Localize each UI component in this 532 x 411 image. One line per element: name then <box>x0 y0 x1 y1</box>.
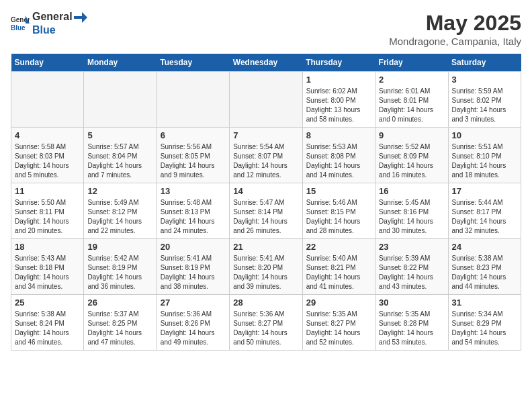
calendar-cell: 13Sunrise: 5:48 AM Sunset: 8:13 PM Dayli… <box>157 183 229 239</box>
day-number: 29 <box>306 298 371 308</box>
calendar-cell: 1Sunrise: 6:02 AM Sunset: 8:00 PM Daylig… <box>302 72 375 128</box>
day-info: Sunrise: 5:43 AM Sunset: 8:18 PM Dayligh… <box>15 254 80 291</box>
day-number: 12 <box>87 186 152 196</box>
day-info: Sunrise: 5:51 AM Sunset: 8:10 PM Dayligh… <box>452 142 517 180</box>
day-number: 31 <box>452 298 517 308</box>
logo-general-text: General <box>32 11 73 22</box>
calendar-cell: 19Sunrise: 5:42 AM Sunset: 8:19 PM Dayli… <box>84 239 157 295</box>
header: General Blue General Blue May 2025 Mondr… <box>11 11 521 47</box>
day-info: Sunrise: 5:40 AM Sunset: 8:21 PM Dayligh… <box>306 254 371 291</box>
calendar-cell: 20Sunrise: 5:41 AM Sunset: 8:19 PM Dayli… <box>157 239 229 295</box>
calendar-cell: 4Sunrise: 5:58 AM Sunset: 8:03 PM Daylig… <box>11 128 84 183</box>
day-info: Sunrise: 5:37 AM Sunset: 8:25 PM Dayligh… <box>87 310 152 347</box>
day-info: Sunrise: 5:36 AM Sunset: 8:27 PM Dayligh… <box>233 310 298 347</box>
day-info: Sunrise: 5:42 AM Sunset: 8:19 PM Dayligh… <box>87 254 152 291</box>
calendar-cell: 14Sunrise: 5:47 AM Sunset: 8:14 PM Dayli… <box>230 183 302 239</box>
calendar-cell: 2Sunrise: 6:01 AM Sunset: 8:01 PM Daylig… <box>375 72 448 128</box>
day-info: Sunrise: 6:02 AM Sunset: 8:00 PM Dayligh… <box>306 87 371 124</box>
day-info: Sunrise: 5:57 AM Sunset: 8:04 PM Dayligh… <box>87 142 152 180</box>
day-info: Sunrise: 5:54 AM Sunset: 8:07 PM Dayligh… <box>233 142 298 180</box>
day-number: 11 <box>15 186 80 196</box>
calendar-cell: 16Sunrise: 5:45 AM Sunset: 8:16 PM Dayli… <box>375 183 448 239</box>
day-number: 15 <box>306 186 371 196</box>
day-number: 24 <box>452 242 517 252</box>
header-friday: Friday <box>375 54 448 72</box>
header-sunday: Sunday <box>11 54 84 72</box>
location-title: Mondragone, Campania, Italy <box>389 36 521 47</box>
day-info: Sunrise: 5:49 AM Sunset: 8:12 PM Dayligh… <box>87 198 152 236</box>
day-number: 8 <box>306 130 371 140</box>
day-number: 19 <box>87 242 152 252</box>
week-row-1: 1Sunrise: 6:02 AM Sunset: 8:00 PM Daylig… <box>11 72 521 128</box>
day-number: 7 <box>233 130 298 140</box>
day-number: 10 <box>452 130 517 140</box>
calendar-cell: 25Sunrise: 5:38 AM Sunset: 8:24 PM Dayli… <box>11 295 84 351</box>
day-info: Sunrise: 5:39 AM Sunset: 8:22 PM Dayligh… <box>379 254 444 291</box>
day-number: 23 <box>379 242 444 252</box>
calendar-cell: 15Sunrise: 5:46 AM Sunset: 8:15 PM Dayli… <box>302 183 375 239</box>
day-number: 5 <box>87 130 152 140</box>
day-info: Sunrise: 5:52 AM Sunset: 8:09 PM Dayligh… <box>379 142 444 180</box>
calendar-cell: 18Sunrise: 5:43 AM Sunset: 8:18 PM Dayli… <box>11 239 84 295</box>
logo: General Blue General Blue <box>11 11 89 36</box>
day-info: Sunrise: 5:41 AM Sunset: 8:19 PM Dayligh… <box>161 254 226 291</box>
calendar-cell <box>11 72 84 128</box>
calendar-cell: 21Sunrise: 5:41 AM Sunset: 8:20 PM Dayli… <box>230 239 302 295</box>
day-number: 21 <box>233 242 298 252</box>
header-monday: Monday <box>84 54 157 72</box>
day-number: 28 <box>233 298 298 308</box>
day-number: 17 <box>452 186 517 196</box>
calendar-cell: 29Sunrise: 5:35 AM Sunset: 8:27 PM Dayli… <box>302 295 375 351</box>
calendar-cell: 30Sunrise: 5:35 AM Sunset: 8:28 PM Dayli… <box>375 295 448 351</box>
calendar-cell: 10Sunrise: 5:51 AM Sunset: 8:10 PM Dayli… <box>448 128 521 183</box>
logo-icon: General Blue <box>11 14 30 33</box>
day-info: Sunrise: 5:59 AM Sunset: 8:02 PM Dayligh… <box>452 87 517 124</box>
title-area: May 2025 Mondragone, Campania, Italy <box>389 11 521 47</box>
day-number: 25 <box>15 298 80 308</box>
day-info: Sunrise: 5:38 AM Sunset: 8:23 PM Dayligh… <box>452 254 517 291</box>
day-number: 18 <box>15 242 80 252</box>
day-number: 20 <box>161 242 226 252</box>
day-info: Sunrise: 5:50 AM Sunset: 8:11 PM Dayligh… <box>15 198 80 236</box>
calendar-cell: 3Sunrise: 5:59 AM Sunset: 8:02 PM Daylig… <box>448 72 521 128</box>
calendar-cell <box>157 72 229 128</box>
calendar-cell: 31Sunrise: 5:34 AM Sunset: 8:29 PM Dayli… <box>448 295 521 351</box>
day-number: 4 <box>15 130 80 140</box>
header-thursday: Thursday <box>302 54 375 72</box>
calendar-cell: 27Sunrise: 5:36 AM Sunset: 8:26 PM Dayli… <box>157 295 229 351</box>
day-info: Sunrise: 5:36 AM Sunset: 8:26 PM Dayligh… <box>161 310 226 347</box>
day-number: 2 <box>379 75 444 85</box>
svg-marker-4 <box>74 12 87 23</box>
day-info: Sunrise: 5:34 AM Sunset: 8:29 PM Dayligh… <box>452 310 517 347</box>
calendar-cell: 5Sunrise: 5:57 AM Sunset: 8:04 PM Daylig… <box>84 128 157 183</box>
day-number: 9 <box>379 130 444 140</box>
day-info: Sunrise: 5:47 AM Sunset: 8:14 PM Dayligh… <box>233 198 298 236</box>
day-number: 14 <box>233 186 298 196</box>
week-row-5: 25Sunrise: 5:38 AM Sunset: 8:24 PM Dayli… <box>11 295 521 351</box>
calendar-cell: 26Sunrise: 5:37 AM Sunset: 8:25 PM Dayli… <box>84 295 157 351</box>
day-info: Sunrise: 6:01 AM Sunset: 8:01 PM Dayligh… <box>379 87 444 124</box>
day-info: Sunrise: 5:58 AM Sunset: 8:03 PM Dayligh… <box>15 142 80 180</box>
day-info: Sunrise: 5:45 AM Sunset: 8:16 PM Dayligh… <box>379 198 444 236</box>
day-number: 6 <box>161 130 226 140</box>
day-info: Sunrise: 5:48 AM Sunset: 8:13 PM Dayligh… <box>161 198 226 236</box>
day-number: 16 <box>379 186 444 196</box>
calendar-table: SundayMondayTuesdayWednesdayThursdayFrid… <box>11 54 521 351</box>
day-number: 13 <box>161 186 226 196</box>
svg-text:Blue: Blue <box>11 24 26 32</box>
calendar-cell: 9Sunrise: 5:52 AM Sunset: 8:09 PM Daylig… <box>375 128 448 183</box>
calendar-cell: 7Sunrise: 5:54 AM Sunset: 8:07 PM Daylig… <box>230 128 302 183</box>
logo-blue-text: Blue <box>32 24 56 36</box>
logo-arrow-icon <box>74 11 87 24</box>
day-info: Sunrise: 5:46 AM Sunset: 8:15 PM Dayligh… <box>306 198 371 236</box>
day-info: Sunrise: 5:56 AM Sunset: 8:05 PM Dayligh… <box>161 142 226 180</box>
calendar-cell: 22Sunrise: 5:40 AM Sunset: 8:21 PM Dayli… <box>302 239 375 295</box>
day-info: Sunrise: 5:38 AM Sunset: 8:24 PM Dayligh… <box>15 310 80 347</box>
week-row-3: 11Sunrise: 5:50 AM Sunset: 8:11 PM Dayli… <box>11 183 521 239</box>
day-number: 30 <box>379 298 444 308</box>
day-info: Sunrise: 5:35 AM Sunset: 8:27 PM Dayligh… <box>306 310 371 347</box>
month-title: May 2025 <box>389 11 521 36</box>
header-saturday: Saturday <box>448 54 521 72</box>
day-number: 22 <box>306 242 371 252</box>
day-info: Sunrise: 5:35 AM Sunset: 8:28 PM Dayligh… <box>379 310 444 347</box>
